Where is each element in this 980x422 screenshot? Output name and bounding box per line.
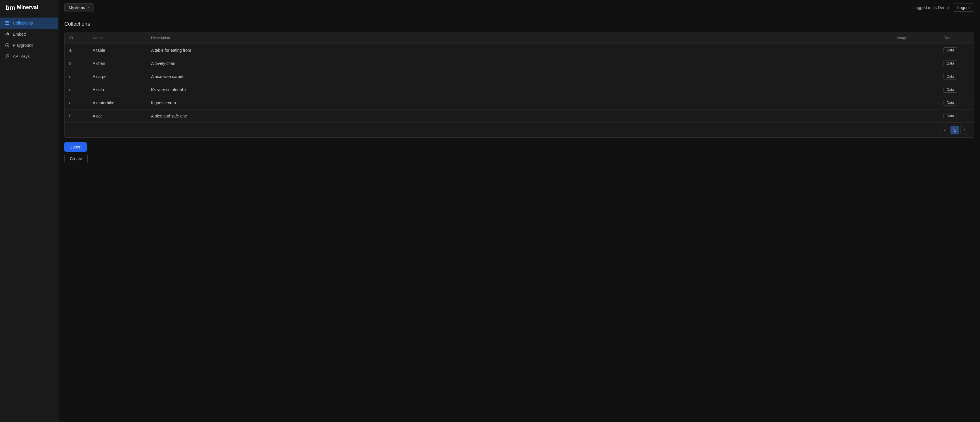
data-badge-button[interactable]: Data	[943, 74, 957, 80]
cell-id: b	[65, 57, 88, 70]
playground-icon	[5, 43, 10, 48]
cell-description: A nice and safe one	[146, 110, 892, 123]
data-badge-button[interactable]: Data	[943, 47, 957, 53]
svg-line-5	[7, 32, 8, 36]
cell-data: Data	[939, 57, 974, 70]
collections-icon	[5, 21, 10, 26]
next-page-button[interactable]: ›	[961, 126, 969, 134]
col-header-data: Data	[939, 32, 974, 44]
chevron-down-icon: ▾	[88, 6, 89, 10]
cell-name: A chair	[88, 57, 146, 70]
page-title: Collections	[64, 21, 974, 27]
logged-in-text: Logged in as Demo	[913, 5, 949, 10]
prev-page-button[interactable]: ‹	[940, 126, 949, 134]
table-row: a A table A table for eating from Data	[65, 44, 974, 57]
bottom-buttons: Upsert Create	[64, 142, 974, 163]
logo: bm Minervai	[0, 0, 58, 15]
table-row: f A car A nice and safe one Data	[65, 110, 974, 123]
cell-id: d	[65, 83, 88, 96]
dropdown-label: My items	[68, 5, 85, 10]
cell-data: Data	[939, 70, 974, 83]
svg-text:bm: bm	[6, 4, 14, 11]
col-header-image: Image	[892, 32, 939, 44]
cell-image	[892, 96, 939, 110]
sidebar: bm Minervai Collections Embed Playground	[0, 0, 59, 422]
svg-rect-3	[5, 22, 10, 23]
cell-description: It's very comfortable	[146, 83, 892, 96]
cell-image	[892, 110, 939, 123]
pagination: ‹ 1 ›	[65, 123, 974, 137]
table-row: c A carpet A nice wee carpet Data	[65, 70, 974, 83]
sidebar-item-api-keys-label: API Keys	[13, 54, 30, 59]
logout-button[interactable]: Logout	[953, 3, 974, 12]
cell-data: Data	[939, 44, 974, 57]
collections-table-container: ID Name Description Image Data a A table…	[64, 32, 974, 138]
app-name: Minervai	[17, 5, 38, 11]
col-header-id: ID	[65, 32, 88, 44]
data-badge-button[interactable]: Data	[943, 113, 957, 119]
col-header-description: Description	[146, 32, 892, 44]
data-badge-button[interactable]: Data	[943, 100, 957, 106]
header-right: Logged in as Demo Logout	[913, 3, 974, 12]
page-1-button[interactable]: 1	[950, 126, 959, 134]
cell-name: A table	[88, 44, 146, 57]
logo-icon: bm	[4, 2, 14, 13]
svg-rect-4	[5, 24, 10, 25]
cell-description: A nice wee carpet	[146, 70, 892, 83]
table-row: d A sofa It's very comfortable Data	[65, 83, 974, 96]
cell-id: f	[65, 110, 88, 123]
col-header-name: Name	[88, 32, 146, 44]
svg-point-7	[7, 45, 8, 46]
sidebar-item-embed-label: Embed	[13, 32, 26, 37]
cell-data: Data	[939, 96, 974, 110]
cell-image	[892, 83, 939, 96]
cell-name: A sofa	[88, 83, 146, 96]
cell-id: a	[65, 44, 88, 57]
cell-image	[892, 57, 939, 70]
data-badge-button[interactable]: Data	[943, 61, 957, 66]
main-content: My items ▾ Logged in as Demo Logout Coll…	[59, 0, 980, 422]
collections-table: ID Name Description Image Data a A table…	[65, 32, 974, 123]
header: My items ▾ Logged in as Demo Logout	[59, 0, 980, 15]
header-left: My items ▾	[64, 3, 94, 12]
my-items-dropdown[interactable]: My items ▾	[64, 3, 94, 12]
sidebar-nav: Collections Embed Playground API Keys	[0, 15, 58, 64]
cell-data: Data	[939, 83, 974, 96]
cell-image	[892, 44, 939, 57]
embed-icon	[5, 32, 10, 37]
sidebar-item-api-keys[interactable]: API Keys	[0, 51, 58, 62]
table-row: e A motorbike It goes vroom Data	[65, 96, 974, 110]
cell-name: A car	[88, 110, 146, 123]
api-keys-icon	[5, 54, 10, 59]
upsert-button[interactable]: Upsert	[64, 142, 87, 152]
content-area: Collections ID Name Description Image Da…	[59, 15, 980, 422]
create-button[interactable]: Create	[64, 154, 88, 163]
table-row: b A chair A lovely chair Data	[65, 57, 974, 70]
cell-name: A motorbike	[88, 96, 146, 110]
cell-description: A lovely chair	[146, 57, 892, 70]
sidebar-item-collections-label: Collections	[13, 21, 33, 25]
cell-name: A carpet	[88, 70, 146, 83]
svg-rect-2	[5, 21, 10, 22]
cell-id: c	[65, 70, 88, 83]
table-body: a A table A table for eating from Data b…	[65, 44, 974, 123]
sidebar-item-embed[interactable]: Embed	[0, 29, 58, 40]
cell-data: Data	[939, 110, 974, 123]
sidebar-item-collections[interactable]: Collections	[0, 18, 58, 29]
cell-description: It goes vroom	[146, 96, 892, 110]
cell-description: A table for eating from	[146, 44, 892, 57]
data-badge-button[interactable]: Data	[943, 87, 957, 92]
cell-image	[892, 70, 939, 83]
table-header: ID Name Description Image Data	[65, 32, 974, 44]
sidebar-item-playground-label: Playground	[13, 43, 33, 48]
cell-id: e	[65, 96, 88, 110]
sidebar-item-playground[interactable]: Playground	[0, 40, 58, 51]
